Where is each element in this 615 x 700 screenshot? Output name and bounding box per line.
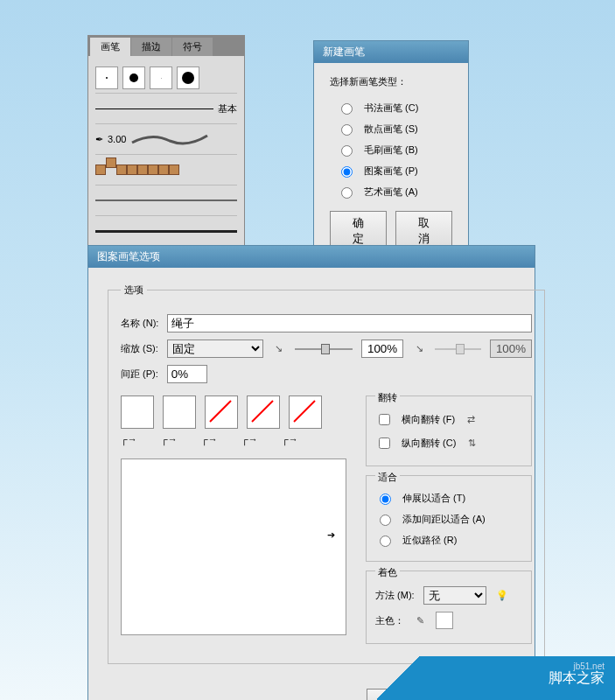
tile-side-icon: ┌→ bbox=[121, 434, 138, 448]
color-method-select[interactable]: 无 bbox=[423, 586, 486, 605]
brush-row-rope[interactable] bbox=[95, 155, 237, 186]
fit-stretch-label: 伸展以适合 (T) bbox=[402, 492, 465, 505]
brush-preview: ➔ bbox=[121, 458, 346, 635]
new-brush-dialog: 新建画笔 选择新画笔类型： 书法画笔 (C) 散点画笔 (S) 毛刷画笔 (B)… bbox=[313, 40, 469, 256]
watermark: jb51.net 脚本之家 bbox=[377, 656, 615, 700]
radio-scatter[interactable] bbox=[341, 124, 353, 136]
scale-slider-2[interactable] bbox=[435, 348, 481, 350]
pattern-options-dialog: 图案画笔选项 选项 名称 (N): 缩放 (S): 固定 ↘ ↘ 间距 (P):… bbox=[87, 245, 535, 700]
tile-start-icon: ┌→ bbox=[241, 434, 259, 448]
tip-icon[interactable]: 💡 bbox=[495, 589, 509, 603]
brush-list: 基本 ✒3.00 bbox=[88, 56, 244, 253]
slider-right-icon: ↘ bbox=[412, 342, 426, 356]
right-column: 翻转 横向翻转 (F)⇄ 纵向翻转 (C)⇅ 适合 伸展以适合 (T) 添加间距… bbox=[366, 396, 532, 653]
basic-label: 基本 bbox=[218, 102, 237, 116]
flip-h-check[interactable] bbox=[379, 414, 390, 425]
scale-label: 缩放 (S): bbox=[121, 342, 158, 355]
radio-pattern-label: 图案画笔 (P) bbox=[364, 164, 418, 178]
radio-scatter-label: 散点画笔 (S) bbox=[364, 122, 418, 136]
spacing-input[interactable] bbox=[167, 365, 207, 383]
tab-stroke[interactable]: 描边 bbox=[131, 38, 171, 56]
arrow-icon: ➔ bbox=[327, 529, 335, 541]
radio-bristle-label: 毛刷画笔 (B) bbox=[364, 144, 418, 157]
flip-v-label: 纵向翻转 (C) bbox=[402, 437, 456, 450]
scale-mode-select[interactable]: 固定 bbox=[167, 340, 263, 358]
flip-group: 翻转 横向翻转 (F)⇄ 纵向翻转 (C)⇅ bbox=[366, 396, 532, 466]
fit-approx-label: 近似路径 (R) bbox=[402, 534, 457, 547]
flip-v-check[interactable] bbox=[379, 438, 390, 449]
brush-panel-tabs: 画笔 描边 符号 bbox=[88, 36, 244, 56]
brush-panel: 画笔 描边 符号 基本 ✒3.00 ⏷▣ ⊘⊡⧉🗑 bbox=[87, 35, 245, 279]
slider-left-icon: ↘ bbox=[272, 342, 286, 356]
brush-size: 3.00 bbox=[108, 134, 126, 144]
key-color-swatch[interactable] bbox=[436, 612, 453, 629]
fit-space-label: 添加间距以适合 (A) bbox=[402, 513, 486, 526]
watermark-text: 脚本之家 bbox=[549, 669, 605, 688]
brush-row-line[interactable] bbox=[95, 186, 237, 216]
radio-calligraphy-label: 书法画笔 (C) bbox=[364, 102, 418, 115]
tile-outer[interactable] bbox=[163, 396, 196, 429]
brush-type-prompt: 选择新画笔类型： bbox=[330, 75, 452, 88]
brush-presets-row[interactable] bbox=[95, 63, 237, 94]
scale-slider-1[interactable] bbox=[295, 348, 353, 350]
fit-stretch[interactable] bbox=[380, 494, 391, 505]
eyedropper-icon[interactable]: ✎ bbox=[413, 613, 427, 627]
flip-v-icon: ⇅ bbox=[465, 437, 479, 451]
svg-line-1 bbox=[252, 401, 273, 422]
new-brush-title: 新建画笔 bbox=[314, 41, 468, 63]
svg-line-2 bbox=[294, 401, 315, 422]
flip-h-icon: ⇄ bbox=[464, 413, 478, 427]
options-group: 选项 名称 (N): 缩放 (S): 固定 ↘ ↘ 间距 (P): ┌→ ┌→ … bbox=[108, 284, 545, 664]
fit-space[interactable] bbox=[380, 514, 391, 526]
tiles-section: ┌→ ┌→ ┌→ ┌→ ┌→ ➔ bbox=[121, 396, 346, 653]
color-legend: 着色 bbox=[375, 566, 400, 579]
fit-group: 适合 伸展以适合 (T) 添加间距以适合 (A) 近似路径 (R) bbox=[366, 475, 532, 562]
tile-end[interactable] bbox=[289, 396, 322, 429]
name-input[interactable] bbox=[167, 314, 532, 332]
tab-brush[interactable]: 画笔 bbox=[90, 38, 130, 56]
tile-outer-icon: ┌→ bbox=[161, 434, 178, 448]
pattern-options-title: 图案画笔选项 bbox=[88, 246, 535, 268]
radio-calligraphy[interactable] bbox=[341, 103, 353, 115]
key-color-label: 主色： bbox=[375, 614, 404, 627]
name-label: 名称 (N): bbox=[121, 317, 158, 330]
flip-legend: 翻转 bbox=[375, 391, 400, 404]
flip-h-label: 横向翻转 (F) bbox=[402, 413, 455, 426]
options-legend: 选项 bbox=[121, 284, 147, 297]
svg-line-0 bbox=[210, 401, 231, 422]
color-group: 着色 方法 (M):无💡 主色：✎ bbox=[366, 570, 532, 644]
tile-end-icon: ┌→ bbox=[282, 434, 299, 448]
tile-inner[interactable] bbox=[205, 396, 238, 429]
spacing-label: 间距 (P): bbox=[121, 368, 158, 381]
scale-value-2 bbox=[490, 340, 532, 358]
fit-legend: 适合 bbox=[375, 471, 400, 484]
watermark-site: jb51.net bbox=[573, 662, 605, 671]
radio-art[interactable] bbox=[341, 187, 353, 199]
tile-side[interactable] bbox=[121, 396, 154, 429]
radio-art-label: 艺术画笔 (A) bbox=[364, 186, 418, 199]
brush-size-icon: ✒ bbox=[95, 134, 103, 145]
fit-approx[interactable] bbox=[380, 536, 391, 547]
radio-pattern[interactable] bbox=[341, 166, 353, 178]
brush-basic-row[interactable]: 基本 bbox=[95, 94, 237, 124]
color-method-label: 方法 (M): bbox=[375, 589, 415, 602]
tab-symbol[interactable]: 符号 bbox=[172, 38, 213, 56]
radio-bristle[interactable] bbox=[341, 145, 353, 157]
scale-value[interactable] bbox=[361, 340, 403, 358]
brush-row-size[interactable]: ✒3.00 bbox=[95, 124, 237, 155]
tile-inner-icon: ┌→ bbox=[201, 434, 219, 448]
brush-row-thick[interactable] bbox=[95, 216, 237, 246]
tile-start[interactable] bbox=[247, 396, 280, 429]
